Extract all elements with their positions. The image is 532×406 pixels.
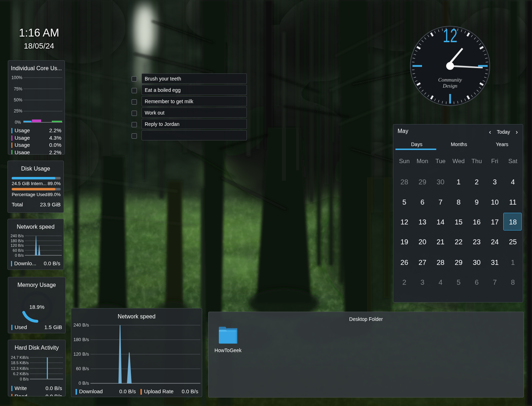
svg-text:6.2 KiB/s: 6.2 KiB/s [13,372,29,376]
svg-text:Design: Design [442,83,457,89]
svg-text:0 B/s: 0 B/s [15,253,24,257]
svg-text:240 B/s: 240 B/s [11,234,24,238]
svg-text:12: 12 [443,25,457,46]
svg-text:0 B/s: 0 B/s [20,377,29,381]
svg-text:24.7 KiB/s: 24.7 KiB/s [11,355,29,360]
svg-text:60 B/s: 60 B/s [76,366,89,371]
svg-text:50%: 50% [14,98,22,102]
svg-text:12.3 KiB/s: 12.3 KiB/s [11,366,29,371]
svg-text:60 B/s: 60 B/s [13,248,24,252]
svg-text:180 B/s: 180 B/s [11,239,24,243]
svg-text:180 B/s: 180 B/s [73,337,89,342]
svg-text:25%: 25% [14,109,22,113]
svg-text:120 B/s: 120 B/s [73,351,89,357]
svg-text:0%: 0% [15,120,21,125]
svg-text:18.9%: 18.9% [29,304,45,310]
svg-text:240 B/s: 240 B/s [73,322,89,328]
svg-text:0 B/s: 0 B/s [78,380,89,386]
svg-text:18.5 KiB/s: 18.5 KiB/s [11,361,29,365]
svg-text:100%: 100% [11,75,22,80]
svg-text:Community: Community [438,77,462,83]
svg-text:75%: 75% [14,87,22,91]
svg-text:120 B/s: 120 B/s [11,243,24,248]
